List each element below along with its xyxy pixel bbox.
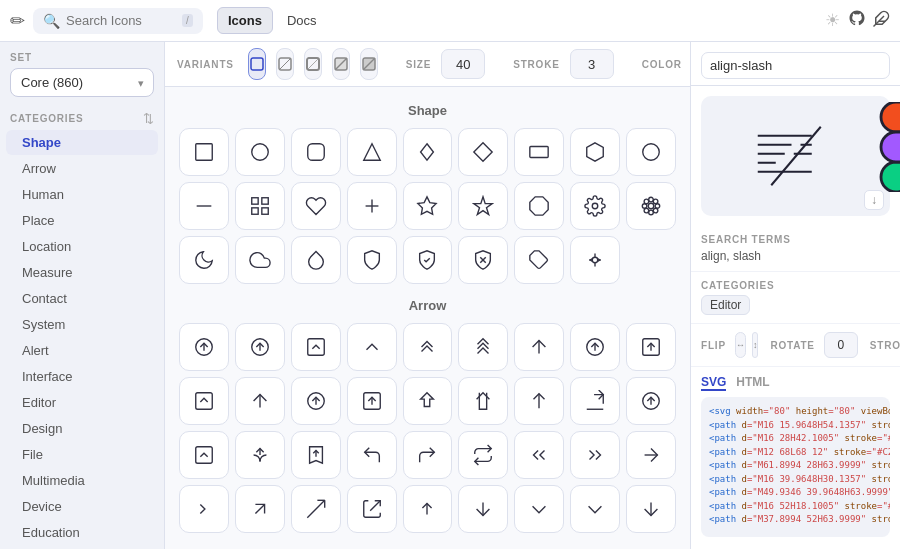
icon-arrow-up-8[interactable]: [626, 377, 676, 425]
variant-bold[interactable]: [304, 48, 322, 80]
category-alert[interactable]: Alert: [6, 338, 158, 363]
category-tag-editor[interactable]: Editor: [701, 295, 750, 315]
set-select[interactable]: Core (860): [10, 68, 154, 97]
icon-shield-check[interactable]: [403, 236, 453, 284]
variant-light[interactable]: [276, 48, 294, 80]
icon-chevron-up[interactable]: [347, 323, 397, 371]
icon-shield-x[interactable]: [458, 236, 508, 284]
icon-crescent[interactable]: [179, 236, 229, 284]
sort-icon[interactable]: ⇅: [143, 111, 154, 126]
icon-arrow-up-square2[interactable]: [626, 323, 676, 371]
search-input[interactable]: [66, 13, 176, 28]
category-location[interactable]: Location: [6, 234, 158, 259]
icon-arrow-a5[interactable]: [403, 485, 453, 533]
icon-arrow-up-circle3[interactable]: [570, 323, 620, 371]
icon-arrow-a8[interactable]: [570, 485, 620, 533]
icon-arrow-up-circle[interactable]: [179, 323, 229, 371]
variant-bulk[interactable]: [360, 48, 378, 80]
settings-icon[interactable]: ☀: [825, 10, 840, 31]
download-button[interactable]: ↓: [864, 190, 884, 210]
category-multimedia[interactable]: Multimedia: [6, 468, 158, 493]
icon-rounded-square[interactable]: [291, 128, 341, 176]
category-design[interactable]: Design: [6, 416, 158, 441]
icon-circle-outline[interactable]: [626, 128, 676, 176]
icon-diamond-small[interactable]: [403, 128, 453, 176]
icon-arrow-up-double[interactable]: [403, 323, 453, 371]
category-system[interactable]: System: [6, 312, 158, 337]
icon-arrow-up-5[interactable]: [403, 377, 453, 425]
icon-arrow-a7[interactable]: [514, 485, 564, 533]
icon-arrow-right2[interactable]: [626, 431, 676, 479]
icon-star4[interactable]: [458, 182, 508, 230]
category-contact[interactable]: Contact: [6, 286, 158, 311]
tab-docs[interactable]: Docs: [277, 8, 327, 33]
stroke-input[interactable]: [570, 49, 614, 79]
flip-h-btn[interactable]: ↔: [735, 332, 746, 358]
icon-arrow-up-circle4[interactable]: [291, 377, 341, 425]
icon-arrow-a6[interactable]: [458, 485, 508, 533]
category-arrow[interactable]: Arrow: [6, 156, 158, 181]
icon-octagon[interactable]: [514, 182, 564, 230]
icon-grid[interactable]: [235, 182, 285, 230]
tab-html[interactable]: HTML: [736, 375, 769, 391]
icon-flower[interactable]: [626, 182, 676, 230]
figma-icon[interactable]: [866, 102, 884, 120]
icon-arrow-turn-up[interactable]: [347, 431, 397, 479]
icon-line[interactable]: [179, 182, 229, 230]
icon-name-input[interactable]: [701, 52, 890, 79]
icon-plus[interactable]: [347, 182, 397, 230]
feather-icon[interactable]: [872, 10, 890, 31]
category-file[interactable]: File: [6, 442, 158, 467]
icon-arrow-loop[interactable]: [458, 431, 508, 479]
icon-puzzle[interactable]: [514, 236, 564, 284]
icon-hazard[interactable]: [570, 236, 620, 284]
category-device[interactable]: Device: [6, 494, 158, 519]
category-human[interactable]: Human: [6, 182, 158, 207]
icon-hexagon[interactable]: [570, 128, 620, 176]
icon-triangle[interactable]: [347, 128, 397, 176]
category-interface[interactable]: Interface: [6, 364, 158, 389]
icon-arrow-up-square[interactable]: [291, 323, 341, 371]
icon-arrow-up-quad[interactable]: [514, 323, 564, 371]
icon-arrow-up-9[interactable]: [179, 431, 229, 479]
category-education[interactable]: Education: [6, 520, 158, 545]
github-icon[interactable]: [848, 9, 866, 32]
icon-arrow-up-12[interactable]: [514, 431, 564, 479]
tab-icons[interactable]: Icons: [217, 7, 273, 34]
icon-circle[interactable]: [235, 128, 285, 176]
icon-arrow-up-6[interactable]: [458, 377, 508, 425]
category-place[interactable]: Place: [6, 208, 158, 233]
icon-square[interactable]: [179, 128, 229, 176]
icon-heart[interactable]: [291, 182, 341, 230]
category-measure[interactable]: Measure: [6, 260, 158, 285]
icon-arrow-box[interactable]: [570, 377, 620, 425]
icon-arrow-up[interactable]: [235, 377, 285, 425]
icon-arrow-up-tri[interactable]: [458, 323, 508, 371]
icon-cloud[interactable]: [235, 236, 285, 284]
category-shape[interactable]: Shape: [6, 130, 158, 155]
icon-rectangle[interactable]: [514, 128, 564, 176]
variant-solid[interactable]: [332, 48, 350, 80]
rotate-input[interactable]: [824, 332, 858, 358]
icon-arrow-a2[interactable]: [235, 485, 285, 533]
icon-arrow-curve[interactable]: [403, 431, 453, 479]
size-input[interactable]: [441, 49, 485, 79]
icon-arrow-up-4[interactable]: [347, 377, 397, 425]
icon-arrow-up-3[interactable]: [179, 377, 229, 425]
icon-star[interactable]: [403, 182, 453, 230]
icon-arrow-a1[interactable]: [179, 485, 229, 533]
flip-v-btn[interactable]: ↕: [752, 332, 759, 358]
category-editor[interactable]: Editor: [6, 390, 158, 415]
icon-arrow-a4[interactable]: [347, 485, 397, 533]
icon-arrow-a9[interactable]: [626, 485, 676, 533]
icon-arrow-up-11[interactable]: [291, 431, 341, 479]
icon-arrow-up-7[interactable]: [514, 377, 564, 425]
icon-arrow-up-circle2[interactable]: [235, 323, 285, 371]
icon-arrow-right1[interactable]: [570, 431, 620, 479]
variant-normal[interactable]: [248, 48, 266, 80]
icon-shield[interactable]: [347, 236, 397, 284]
tab-svg[interactable]: SVG: [701, 375, 726, 391]
logo-icon[interactable]: ✏: [10, 10, 25, 32]
icon-gear[interactable]: [570, 182, 620, 230]
icon-arrow-up-10[interactable]: [235, 431, 285, 479]
